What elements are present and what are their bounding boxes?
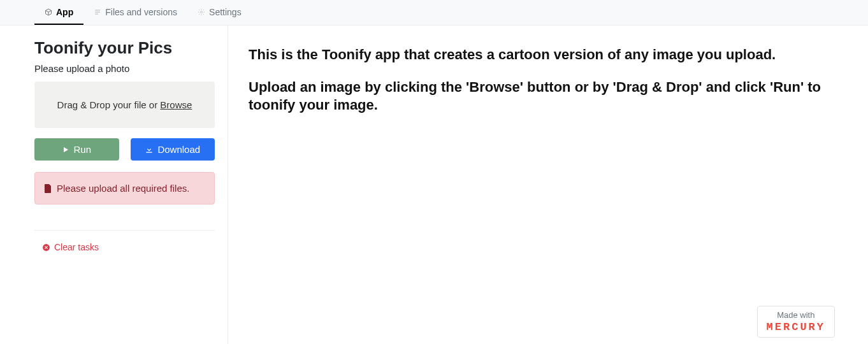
- play-icon: [62, 146, 69, 154]
- browse-link[interactable]: Browse: [160, 99, 192, 110]
- content-area: Toonify your Pics Please upload a photo …: [0, 25, 868, 344]
- download-icon: [145, 145, 154, 154]
- made-with-brand: MERCURY: [767, 321, 825, 333]
- tab-app[interactable]: App: [34, 1, 83, 25]
- upload-alert-text: Please upload all required files.: [57, 183, 189, 194]
- gear-icon: [198, 8, 205, 16]
- file-icon: [44, 184, 52, 193]
- download-button[interactable]: Download: [131, 138, 215, 161]
- tab-files-label: Files and versions: [105, 7, 177, 17]
- main-para-1: This is the Toonify app that creates a c…: [249, 46, 837, 64]
- sidebar: Toonify your Pics Please upload a photo …: [0, 25, 228, 344]
- main-panel: This is the Toonify app that creates a c…: [228, 25, 868, 344]
- upload-alert: Please upload all required files.: [34, 172, 215, 204]
- clear-tasks-link[interactable]: Clear tasks: [34, 242, 215, 252]
- file-dropzone[interactable]: Drag & Drop your file or Browse: [34, 82, 215, 128]
- made-with-label: Made with: [767, 310, 825, 320]
- main-para-2: Upload an image by clicking the 'Browse'…: [249, 78, 837, 115]
- app-subtitle: Please upload a photo: [34, 63, 215, 74]
- made-with-badge[interactable]: Made with MERCURY: [757, 306, 835, 338]
- tabs: App Files and versions Settings: [34, 1, 252, 25]
- button-row: Run Download: [34, 138, 215, 161]
- run-button[interactable]: Run: [34, 138, 119, 161]
- top-tabbar: App Files and versions Settings: [0, 0, 868, 25]
- tab-settings-label: Settings: [209, 7, 242, 17]
- svg-point-3: [201, 11, 203, 13]
- tab-settings[interactable]: Settings: [187, 1, 252, 25]
- tab-app-label: App: [56, 7, 73, 17]
- tab-files[interactable]: Files and versions: [83, 1, 187, 25]
- run-button-label: Run: [73, 144, 91, 155]
- divider: [34, 230, 215, 231]
- download-button-label: Download: [157, 144, 200, 155]
- close-circle-icon: [42, 243, 50, 252]
- main-description: This is the Toonify app that creates a c…: [249, 46, 837, 115]
- app-title: Toonify your Pics: [34, 38, 215, 58]
- clear-tasks-label: Clear tasks: [54, 242, 99, 252]
- dropzone-text: Drag & Drop your file or: [57, 99, 161, 110]
- list-icon: [94, 8, 101, 16]
- cube-icon: [45, 8, 52, 16]
